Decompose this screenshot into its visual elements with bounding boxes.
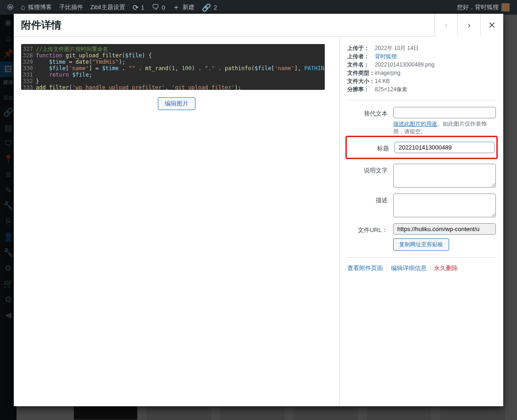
filename-label: 文件名：	[347, 61, 375, 69]
wp-logo[interactable]: ⓦ	[4, 0, 17, 15]
modal-nav: ‹ › ✕	[434, 14, 503, 37]
file-url-input[interactable]	[393, 223, 496, 235]
alt-text-input[interactable]	[393, 107, 496, 118]
site-name: 狐狸博客	[28, 3, 52, 11]
description-input[interactable]	[393, 193, 496, 217]
avatar	[501, 3, 510, 11]
alt-text-help: 描述此图片的用途。如此图片仅作装饰用，请留空。	[393, 120, 496, 136]
title-highlight: 标题	[345, 136, 498, 159]
close-button[interactable]: ✕	[480, 14, 503, 37]
uploaded-on-label: 上传于：	[347, 44, 375, 52]
view-attachment-link[interactable]: 查看附件页面	[347, 265, 383, 271]
delete-permanently-link[interactable]: 永久删除	[434, 265, 458, 271]
dimensions-label: 分辨率：	[347, 85, 375, 94]
home-icon: ⌂	[21, 3, 25, 11]
next-button[interactable]: ›	[457, 14, 480, 37]
my-account[interactable]: 您好，背时狐狸	[453, 0, 513, 15]
comments[interactable]: 🗨0	[148, 0, 169, 15]
media-preview: 327//上传文件图片按时间重命名 328function git_upload…	[14, 37, 339, 406]
uploaded-by-label: 上传者：	[347, 52, 375, 61]
filename-value: 2022101413000489.png	[375, 61, 434, 69]
wordpress-icon: ⓦ	[7, 3, 13, 11]
edit-details-link[interactable]: 编辑详细信息	[391, 265, 427, 271]
description-label: 描述	[347, 193, 393, 204]
modal-header: 附件详情 ‹ › ✕	[14, 14, 503, 37]
close-icon: ✕	[488, 20, 496, 31]
filetype-value: image/png	[375, 69, 400, 77]
edit-image-button[interactable]: 编辑图片	[158, 97, 195, 110]
copy-url-button[interactable]: 复制网址至剪贴板	[393, 238, 449, 251]
updates[interactable]: ⟳1	[129, 0, 148, 15]
attachment-settings: 替代文本 描述此图片的用途。如此图片仅作装饰用，请留空。 标题 说明文字	[347, 107, 496, 251]
links-count[interactable]: 🔗2	[198, 0, 221, 15]
uploaded-by-link[interactable]: 背时狐狸	[375, 52, 397, 61]
prev-button[interactable]: ‹	[434, 14, 457, 37]
file-url-label: 文件URL：	[347, 223, 393, 234]
chevron-right-icon: ›	[467, 20, 471, 30]
admin-bar: ⓦ ⌂狐狸博客 子比插件 Zibll主题设置 ⟳1 🗨0 ＋新建 🔗2 您好，背…	[0, 0, 517, 15]
plugin-zibll[interactable]: Zibll主题设置	[87, 0, 129, 15]
caption-label: 说明文字	[347, 164, 393, 175]
dimensions-value: 825×124像素	[375, 85, 407, 94]
chevron-left-icon: ‹	[445, 20, 448, 30]
uploaded-on-value: 2022年 10月 14日	[375, 44, 419, 52]
attachment-details: 上传于：2022年 10月 14日 上传者：背时狐狸 文件名：202210141…	[347, 44, 496, 94]
attachment-details-modal: 附件详情 ‹ › ✕ 327//上传文件图片按时间重命名 328function…	[14, 14, 503, 406]
filetype-label: 文件类型：	[347, 69, 375, 77]
alt-help-link[interactable]: 描述此图片的用途	[393, 121, 437, 127]
plus-icon: ＋	[172, 3, 180, 12]
link-icon: 🔗	[202, 3, 211, 12]
media-sidebar: 上传于：2022年 10月 14日 上传者：背时狐狸 文件名：202210141…	[339, 37, 503, 406]
update-icon: ⟳	[133, 3, 139, 12]
title-input[interactable]	[395, 142, 495, 153]
comment-icon: 🗨	[152, 3, 159, 11]
caption-input[interactable]	[393, 164, 496, 188]
filesize-value: 14 KB	[375, 77, 390, 85]
site-home[interactable]: ⌂狐狸博客	[17, 0, 56, 15]
alt-text-label: 替代文本	[347, 107, 393, 118]
attachment-actions: 查看附件页面 | 编辑详细信息 | 永久删除	[347, 264, 496, 272]
title-label: 标题	[349, 142, 395, 153]
modal-title: 附件详情	[14, 18, 434, 32]
new-content[interactable]: ＋新建	[169, 0, 198, 15]
filesize-label: 文件大小：	[347, 77, 375, 85]
attachment-image: 327//上传文件图片按时间重命名 328function git_upload…	[21, 44, 325, 90]
plugin-zibi[interactable]: 子比插件	[56, 0, 87, 15]
